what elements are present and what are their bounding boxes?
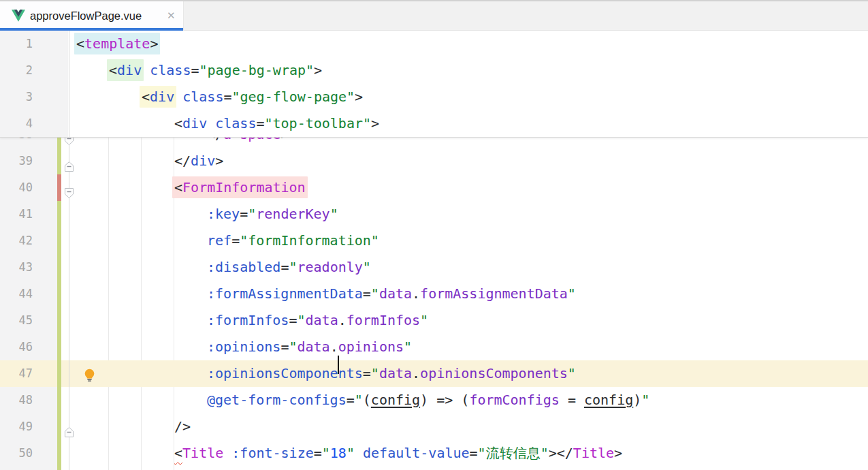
code-line[interactable]: 2<div class="page-bg-wrap"> bbox=[0, 57, 868, 84]
tab-close-icon[interactable]: ✕ bbox=[167, 1, 176, 29]
occurrence-highlight: <FormInformation bbox=[172, 176, 308, 198]
line-number[interactable]: 42 bbox=[0, 228, 33, 254]
code-text: :formInfos="data.formInfos" bbox=[207, 307, 428, 334]
line-number[interactable]: 46 bbox=[0, 334, 33, 360]
line-number[interactable]: 2 bbox=[0, 57, 33, 84]
code-line[interactable]: 38</a-space> bbox=[0, 137, 868, 148]
code-line[interactable]: 41:key="renderKey" bbox=[0, 201, 868, 228]
code-text: <div class="top-toolbar"> bbox=[174, 110, 379, 137]
code-line[interactable]: 39</div> bbox=[0, 148, 868, 174]
fold-expand-icon[interactable] bbox=[64, 137, 76, 142]
occurrence-highlight: <template> bbox=[74, 33, 160, 54]
editor-tab-bar: approveFlowPage.vue ✕ bbox=[0, 0, 868, 31]
line-number[interactable]: 38 bbox=[0, 137, 33, 148]
sticky-lines-header: 1<template>2<div class="page-bg-wrap">3<… bbox=[0, 31, 868, 138]
intention-bulb-icon[interactable] bbox=[84, 366, 95, 379]
code-line[interactable]: 43:disabled="readonly" bbox=[0, 254, 868, 281]
code-editor: 1<template>2<div class="page-bg-wrap">3<… bbox=[0, 31, 868, 470]
line-number[interactable]: 45 bbox=[0, 307, 33, 334]
code-line[interactable]: 3<div class="geg-flow-page"> bbox=[0, 84, 868, 110]
line-number[interactable]: 49 bbox=[0, 413, 33, 440]
code-text: <template> bbox=[76, 31, 158, 57]
line-number[interactable]: 43 bbox=[0, 254, 33, 281]
code-text: :key="renderKey" bbox=[207, 201, 338, 228]
line-number[interactable]: 3 bbox=[0, 84, 33, 110]
code-line[interactable]: 46:opinions="data.opinions" bbox=[0, 334, 868, 360]
occurrence-highlight: <div bbox=[107, 59, 144, 81]
code-line[interactable]: 42ref="formInformation" bbox=[0, 228, 868, 254]
line-number[interactable]: 41 bbox=[0, 201, 33, 228]
code-line[interactable]: 4<div class="top-toolbar"> bbox=[0, 110, 868, 137]
line-number[interactable]: 1 bbox=[0, 31, 33, 57]
code-line[interactable]: 49/> bbox=[0, 413, 868, 440]
code-text: :formAssignmentData="data.formAssignment… bbox=[207, 281, 576, 307]
code-text: <div class="page-bg-wrap"> bbox=[109, 57, 322, 84]
code-line[interactable]: 47:opinionsComponents="data.opinionsComp… bbox=[0, 360, 868, 387]
code-text: /> bbox=[174, 413, 191, 440]
fold-expand-icon[interactable] bbox=[64, 182, 76, 195]
code-scroll-area[interactable]: 38</a-space>39</div>40<FormInformation41… bbox=[0, 137, 868, 470]
code-line[interactable]: 48@get-form-configs="(config) => (formCo… bbox=[0, 387, 868, 413]
code-text: <FormInformation bbox=[174, 174, 306, 201]
line-number[interactable]: 39 bbox=[0, 148, 33, 174]
code-text: </a-space> bbox=[207, 137, 289, 148]
line-number[interactable]: 4 bbox=[0, 110, 33, 137]
occurrence-highlight: <div bbox=[140, 86, 176, 108]
code-line[interactable]: 40<FormInformation bbox=[0, 174, 868, 201]
code-text: @get-form-configs="(config) => (formConf… bbox=[207, 387, 649, 413]
line-number[interactable]: 48 bbox=[0, 387, 33, 413]
fold-collapse-icon[interactable] bbox=[64, 421, 76, 435]
vue-logo-icon bbox=[12, 10, 25, 25]
line-number[interactable]: 50 bbox=[0, 440, 33, 467]
code-line[interactable]: 50<Title :font-size="18" default-value="… bbox=[0, 440, 868, 467]
line-number[interactable]: 40 bbox=[0, 174, 33, 201]
code-text: <div class="geg-flow-page"> bbox=[142, 84, 363, 110]
tab-approveflowpage[interactable]: approveFlowPage.vue ✕ bbox=[0, 1, 184, 31]
line-number[interactable]: 44 bbox=[0, 281, 33, 307]
line-number[interactable]: 47 bbox=[0, 360, 33, 387]
ide-window: approveFlowPage.vue ✕ 1<template>2<div c… bbox=[0, 0, 868, 470]
code-line[interactable]: 45:formInfos="data.formInfos" bbox=[0, 307, 868, 334]
code-text: <Title :font-size="18" default-value="流转… bbox=[174, 440, 622, 467]
tab-title: approveFlowPage.vue bbox=[30, 1, 142, 29]
fold-collapse-icon[interactable] bbox=[64, 155, 76, 169]
code-text: </div> bbox=[174, 148, 223, 174]
code-line[interactable]: 44:formAssignmentData="data.formAssignme… bbox=[0, 281, 868, 307]
code-text: :opinions="data.opinions" bbox=[207, 334, 412, 360]
code-line[interactable]: 1<template> bbox=[0, 31, 868, 57]
code-text: ref="formInformation" bbox=[207, 228, 379, 254]
code-text: :opinionsComponents="data.opinionsCompon… bbox=[207, 360, 576, 387]
code-text: :disabled="readonly" bbox=[207, 254, 371, 281]
